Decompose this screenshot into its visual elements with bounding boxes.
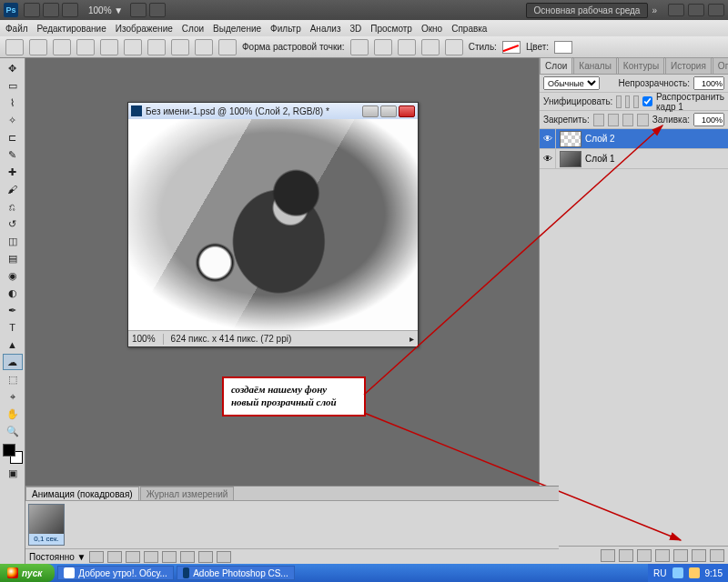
- start-button[interactable]: пуск: [0, 564, 55, 582]
- tab-paths[interactable]: Контуры: [618, 57, 664, 74]
- tween-icon[interactable]: [180, 551, 195, 563]
- document-canvas[interactable]: [128, 119, 418, 330]
- lock-pos-icon[interactable]: [622, 114, 633, 126]
- menu-window[interactable]: Окно: [421, 24, 442, 34]
- new-layer-icon[interactable]: [692, 549, 706, 562]
- titlebar-icon[interactable]: [24, 3, 40, 17]
- zoom-level[interactable]: 100% ▼: [88, 5, 123, 15]
- color-swatch[interactable]: [554, 41, 572, 54]
- tab-animation[interactable]: Анимация (покадровая): [25, 487, 139, 500]
- taskbar-task[interactable]: Adobe Photoshop CS...: [177, 566, 295, 580]
- pen-tool-icon[interactable]: ✒: [3, 302, 23, 318]
- pathop-icon[interactable]: [398, 39, 416, 55]
- tab-channels[interactable]: Каналы: [573, 57, 617, 74]
- custom-shape-icon[interactable]: [218, 39, 237, 55]
- menu-help[interactable]: Справка: [451, 24, 487, 34]
- delete-frame-icon[interactable]: [217, 551, 231, 563]
- document-titlebar[interactable]: Без имени-1.psd @ 100% (Слой 2, RGB/8) *: [128, 103, 418, 119]
- pathop-icon[interactable]: [374, 39, 392, 55]
- clock[interactable]: 9:15: [705, 568, 723, 578]
- menu-edit[interactable]: Редактирование: [37, 24, 106, 34]
- menu-view[interactable]: Просмотр: [370, 24, 412, 34]
- pathop-icon[interactable]: [445, 39, 463, 55]
- 3d-tool-icon[interactable]: ⬚: [3, 371, 23, 387]
- type-tool-icon[interactable]: T: [3, 319, 23, 336]
- first-frame-icon[interactable]: [89, 551, 104, 563]
- new-frame-icon[interactable]: [198, 551, 213, 563]
- pathop-icon[interactable]: [421, 39, 440, 55]
- brush-tool-icon[interactable]: 🖌: [3, 181, 23, 197]
- workspace-switcher[interactable]: Основная рабочая среда: [526, 3, 649, 18]
- eye-icon[interactable]: 👁: [540, 129, 556, 148]
- blend-mode-select[interactable]: Обычные: [543, 76, 600, 90]
- menu-select[interactable]: Выделение: [213, 24, 261, 34]
- quickmask-icon[interactable]: ▣: [3, 465, 23, 481]
- tab-layers[interactable]: Слои: [540, 57, 572, 74]
- layer-row[interactable]: 👁 Слой 1: [540, 149, 728, 169]
- tray-icon[interactable]: [689, 567, 700, 578]
- layer-row[interactable]: 👁 Слой 2: [540, 129, 728, 149]
- maximize-button[interactable]: [688, 4, 704, 16]
- menu-3d[interactable]: 3D: [349, 24, 361, 34]
- layer-name[interactable]: Слой 2: [585, 134, 615, 144]
- style-swatch[interactable]: [502, 41, 521, 54]
- adjust-layer-icon[interactable]: [655, 549, 670, 562]
- close-button[interactable]: [708, 4, 724, 16]
- lock-trans-icon[interactable]: [593, 114, 604, 126]
- doc-minimize-button[interactable]: [362, 105, 379, 117]
- group-icon[interactable]: [673, 549, 688, 562]
- dodge-tool-icon[interactable]: ◐: [3, 285, 23, 301]
- eyedropper-tool-icon[interactable]: ✎: [3, 146, 23, 163]
- crop-tool-icon[interactable]: ⊏: [3, 129, 23, 146]
- fill-input[interactable]: [693, 113, 724, 126]
- menu-layer[interactable]: Слои: [182, 24, 204, 34]
- taskbar-task[interactable]: Доброе утро!. Обсу...: [57, 566, 173, 580]
- unify-icon[interactable]: [633, 95, 639, 108]
- heal-tool-icon[interactable]: ✚: [3, 164, 23, 180]
- last-frame-icon[interactable]: [162, 551, 177, 563]
- shape-tool-icon[interactable]: ☁: [3, 354, 23, 370]
- hand-tool-icon[interactable]: ✋: [3, 406, 23, 422]
- chevron-right-icon[interactable]: ▸: [410, 334, 414, 344]
- tool-preset-icon[interactable]: [5, 39, 24, 55]
- stamp-tool-icon[interactable]: ⎌: [3, 198, 23, 215]
- frame-time[interactable]: 0,1 сек.: [29, 534, 64, 545]
- lock-all-icon[interactable]: [637, 114, 648, 126]
- tab-actions[interactable]: Операции: [713, 57, 728, 74]
- tab-measure-log[interactable]: Журнал измерений: [140, 487, 235, 500]
- paths-icon[interactable]: [53, 39, 71, 55]
- gradient-tool-icon[interactable]: ▤: [3, 250, 23, 266]
- play-icon[interactable]: [126, 551, 140, 563]
- unify-icon[interactable]: [625, 95, 631, 108]
- lasso-tool-icon[interactable]: ⌇: [3, 95, 23, 111]
- fx-icon[interactable]: [619, 549, 633, 562]
- layer-thumb[interactable]: [560, 151, 581, 167]
- path-select-icon[interactable]: ▲: [3, 336, 23, 353]
- menu-filter[interactable]: Фильтр: [270, 24, 301, 34]
- shape-layer-icon[interactable]: [29, 39, 47, 55]
- doc-close-button[interactable]: [399, 105, 415, 117]
- menu-image[interactable]: Изображение: [116, 24, 173, 34]
- lock-pixels-icon[interactable]: [608, 114, 619, 126]
- 3d-camera-icon[interactable]: ⌖: [3, 388, 23, 405]
- tab-history[interactable]: История: [665, 57, 712, 74]
- titlebar-icon[interactable]: [62, 3, 78, 17]
- rectangle-icon[interactable]: [100, 39, 118, 55]
- titlebar-icon[interactable]: [149, 3, 166, 17]
- marquee-tool-icon[interactable]: ▭: [3, 77, 23, 94]
- titlebar-icon[interactable]: [130, 3, 147, 17]
- layer-thumb[interactable]: [560, 131, 581, 147]
- polygon-icon[interactable]: [171, 39, 189, 55]
- fill-pixels-icon[interactable]: [76, 39, 95, 55]
- link-layers-icon[interactable]: [601, 549, 615, 562]
- next-frame-icon[interactable]: [144, 551, 158, 563]
- menu-file[interactable]: Файл: [5, 24, 28, 34]
- minimize-button[interactable]: [668, 4, 684, 16]
- wand-tool-icon[interactable]: ✧: [3, 112, 23, 128]
- unify-icon[interactable]: [616, 95, 622, 108]
- doc-zoom[interactable]: 100%: [132, 334, 156, 344]
- eye-icon[interactable]: 👁: [540, 149, 556, 168]
- shape-picker[interactable]: [350, 39, 369, 55]
- animation-frame[interactable]: 0,1 сек.: [28, 504, 65, 546]
- menu-analysis[interactable]: Анализ: [310, 24, 341, 34]
